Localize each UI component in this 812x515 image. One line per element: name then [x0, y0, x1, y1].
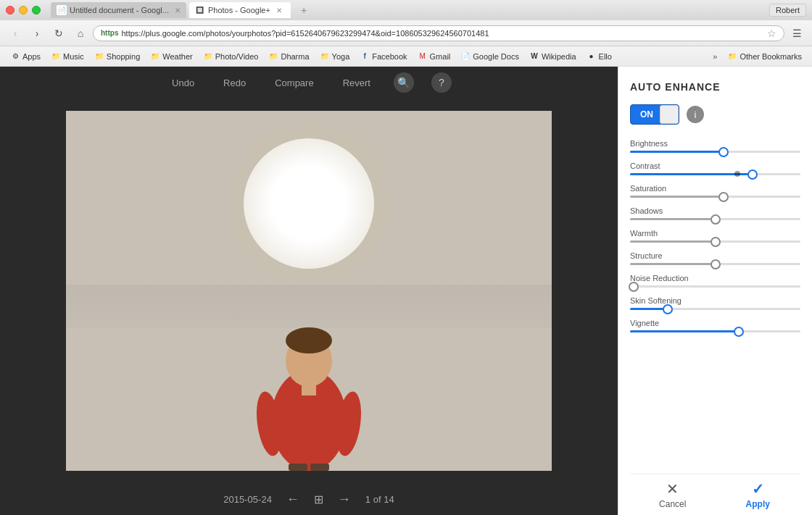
- bookmark-music[interactable]: 📁 Music: [46, 50, 88, 63]
- search-icon[interactable]: 🔍: [394, 72, 414, 93]
- bookmark-gmail-label: Gmail: [430, 52, 451, 61]
- settings-button[interactable]: ☰: [787, 24, 806, 43]
- photo-prev-button[interactable]: ←: [286, 492, 299, 507]
- bookmark-wikipedia[interactable]: W Wikipedia: [525, 50, 581, 63]
- tab-untitled-doc[interactable]: 📄 Untitled document - Googl... ✕: [51, 2, 186, 18]
- slider-track-brightness[interactable]: [630, 151, 800, 153]
- redo-button[interactable]: Redo: [218, 75, 252, 91]
- slider-label-vignette: Vignette: [630, 319, 800, 327]
- bookmark-ello[interactable]: ● Ello: [582, 50, 616, 63]
- photo-area: Undo Redo Compare Revert 🔍 ?: [0, 67, 618, 515]
- user-button[interactable]: Robert: [769, 4, 806, 17]
- address-text: https://plus.google.com/photos/yourphoto…: [121, 29, 764, 38]
- slider-track-skin_softening[interactable]: [630, 308, 800, 310]
- bookmarks-bar: ⚙ Apps 📁 Music 📁 Shopping 📁 Weather 📁 Ph…: [0, 46, 812, 67]
- bookmark-wikipedia-label: Wikipedia: [542, 52, 576, 61]
- minimize-button[interactable]: [19, 6, 28, 14]
- slider-group-contrast: Contrast: [630, 162, 800, 175]
- back-button[interactable]: ‹: [6, 24, 25, 43]
- bookmark-googledocs[interactable]: 📄 Google Docs: [456, 50, 523, 63]
- tab-close-photos[interactable]: ✕: [276, 7, 282, 14]
- bookmark-apps-label: Apps: [22, 52, 41, 61]
- apply-label: Apply: [746, 499, 770, 509]
- cancel-button[interactable]: ✕ Cancel: [630, 474, 716, 515]
- photo-grid-button[interactable]: ⊞: [314, 493, 323, 506]
- bookmark-other-label: Other Bookmarks: [740, 52, 802, 61]
- bookmark-facebook[interactable]: f Facebook: [355, 50, 411, 63]
- slider-group-saturation: Saturation: [630, 184, 800, 198]
- slider-track-structure[interactable]: [630, 263, 800, 265]
- dharma-folder-icon: 📁: [268, 51, 278, 62]
- bookmark-shopping[interactable]: 📁 Shopping: [90, 50, 145, 63]
- apply-button[interactable]: ✓ Apply: [716, 474, 801, 515]
- photo-toolbar: Undo Redo Compare Revert 🔍 ?: [0, 67, 618, 99]
- tab-close-doc[interactable]: ✕: [175, 7, 181, 14]
- new-tab-button[interactable]: +: [294, 2, 314, 18]
- svg-rect-7: [310, 464, 329, 471]
- close-button[interactable]: [6, 6, 14, 14]
- tab-label-doc: Untitled document - Googl...: [70, 6, 169, 14]
- photo-bottom-bar: 2015-05-24 ← ⊞ → 1 of 14: [0, 483, 618, 515]
- auto-enhance-toggle[interactable]: ON: [630, 104, 679, 125]
- slider-track-vignette[interactable]: [630, 330, 800, 332]
- help-icon[interactable]: ?: [431, 72, 452, 93]
- home-button[interactable]: ⌂: [71, 24, 90, 43]
- bookmark-star[interactable]: ☆: [767, 28, 776, 39]
- toggle-on-label: ON: [631, 109, 660, 120]
- tab-label-photos: Photos - Google+: [208, 6, 270, 14]
- photo-count: 1 of 14: [365, 494, 394, 505]
- slider-group-structure: Structure: [630, 251, 800, 265]
- bookmark-photovideo[interactable]: 📁 Photo/Video: [199, 50, 263, 63]
- apply-icon: ✓: [752, 480, 764, 498]
- cancel-label: Cancel: [659, 499, 686, 509]
- slider-label-brightness: Brightness: [630, 139, 800, 148]
- bookmark-yoga[interactable]: 📁 Yoga: [315, 50, 355, 63]
- bookmark-apps[interactable]: ⚙ Apps: [6, 50, 45, 63]
- compare-button[interactable]: Compare: [269, 75, 319, 91]
- googledocs-icon: 📄: [460, 51, 471, 62]
- shopping-folder-icon: 📁: [94, 51, 104, 62]
- photovideo-folder-icon: 📁: [203, 51, 213, 62]
- right-panel: AUTO ENHANCE ON i Brightness Contrast Sa…: [618, 67, 812, 515]
- titlebar: 📄 Untitled document - Googl... ✕ 🔲 Photo…: [0, 0, 812, 20]
- forward-button[interactable]: ›: [28, 24, 46, 43]
- tab-bar: 📄 Untitled document - Googl... ✕ 🔲 Photo…: [51, 2, 765, 18]
- refresh-button[interactable]: ↻: [49, 24, 68, 43]
- info-button[interactable]: i: [687, 106, 704, 123]
- address-bar[interactable]: https https://plus.google.com/photos/you…: [93, 25, 784, 41]
- slider-track-shadows[interactable]: [630, 218, 800, 220]
- revert-button[interactable]: Revert: [337, 75, 376, 91]
- slider-track-noise_reduction[interactable]: [630, 285, 800, 288]
- bookmark-gmail[interactable]: M Gmail: [413, 50, 455, 63]
- photo-next-button[interactable]: →: [338, 492, 351, 507]
- tab-favicon-photos: 🔲: [195, 5, 205, 15]
- bookmark-other[interactable]: 📁 Other Bookmarks: [723, 50, 806, 63]
- slider-track-contrast[interactable]: [630, 173, 800, 175]
- bookmark-weather-label: Weather: [162, 52, 192, 61]
- bookmarks-more-button[interactable]: »: [708, 51, 721, 62]
- slider-track-saturation[interactable]: [630, 196, 800, 198]
- bookmark-weather[interactable]: 📁 Weather: [146, 50, 196, 63]
- slider-group-noise_reduction: Noise Reduction: [630, 274, 800, 288]
- slider-label-contrast: Contrast: [630, 162, 800, 170]
- slider-label-noise_reduction: Noise Reduction: [630, 274, 800, 282]
- bookmark-photovideo-label: Photo/Video: [215, 52, 259, 61]
- bookmark-yoga-label: Yoga: [332, 52, 350, 61]
- tab-favicon-doc: 📄: [57, 5, 67, 15]
- maximize-button[interactable]: [32, 6, 41, 14]
- svg-point-2: [286, 327, 332, 353]
- ello-icon: ●: [587, 51, 597, 62]
- cancel-icon: ✕: [666, 480, 679, 498]
- slider-track-warmth[interactable]: [630, 240, 800, 243]
- slider-group-brightness: Brightness: [630, 139, 800, 153]
- tab-photos[interactable]: 🔲 Photos - Google+ ✕: [189, 2, 291, 18]
- bookmark-facebook-label: Facebook: [372, 52, 407, 61]
- bookmark-dharma[interactable]: 📁 Dharma: [264, 50, 313, 63]
- photo-date: 2015-05-24: [223, 494, 272, 505]
- panel-footer: ✕ Cancel ✓ Apply: [630, 474, 800, 515]
- photo-boy-figure: [229, 268, 389, 471]
- toggle-thumb: [660, 105, 679, 124]
- undo-button[interactable]: Undo: [166, 75, 200, 91]
- slider-label-saturation: Saturation: [630, 184, 800, 193]
- toggle-row: ON i: [630, 104, 800, 125]
